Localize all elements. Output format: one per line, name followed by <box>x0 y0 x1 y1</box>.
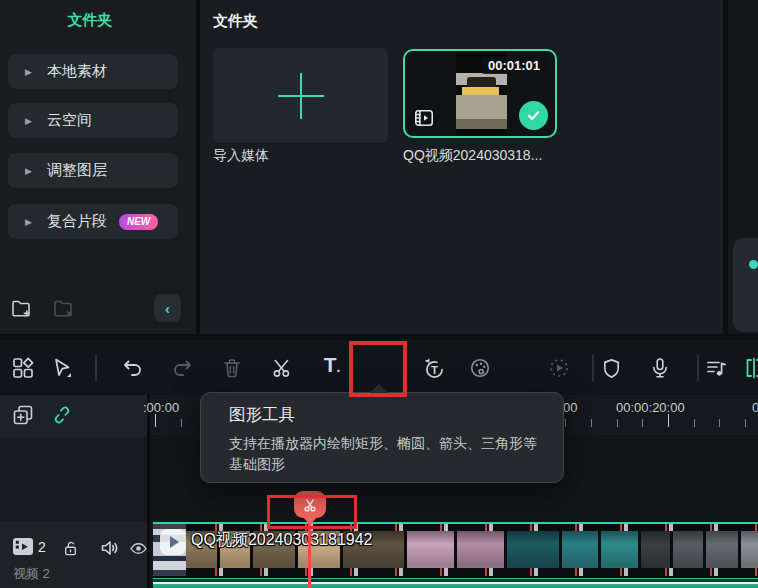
plus-icon <box>278 73 324 119</box>
ruler-tick <box>181 419 182 427</box>
sidebar-item-local-media[interactable]: ▶ 本地素材 <box>8 54 178 89</box>
undo-icon[interactable] <box>121 356 145 380</box>
speech-to-text-icon[interactable]: T <box>422 356 446 380</box>
caret-right-icon: ▶ <box>25 217 32 227</box>
playhead-cut-badge[interactable] <box>294 491 326 518</box>
playhead-line[interactable] <box>308 516 311 588</box>
side-panel-fragment <box>733 238 758 332</box>
collapse-sidebar-button[interactable]: ‹ <box>154 294 181 322</box>
delete-folder-icon <box>52 296 76 320</box>
ruler-tick <box>565 419 566 427</box>
sidebar-item-label: 调整图层 <box>47 161 107 180</box>
clip-thumbnail-frame <box>407 531 457 568</box>
hide-track-icon[interactable] <box>128 538 149 559</box>
media-clip-name: QQ视频2024030318... <box>403 147 542 165</box>
add-folder-icon[interactable] <box>10 296 34 320</box>
clip-filename: QQ视频20240303181942 <box>191 530 372 551</box>
clip-thumbnail-frame <box>706 531 741 568</box>
clip-thumbnail-frame <box>457 531 507 568</box>
clip-thumbnail-frame <box>507 531 562 568</box>
sidebar-item-label: 本地素材 <box>47 62 107 81</box>
video-track-header: 2 <box>0 522 147 588</box>
color-palette-icon[interactable] <box>468 356 492 380</box>
clip-play-overlay-icon[interactable] <box>160 529 186 555</box>
ruler-label: :00:00 <box>143 400 179 415</box>
text-tool-icon[interactable]: T. <box>320 354 344 378</box>
video-file-icon <box>413 107 435 129</box>
ruler-tick <box>719 419 720 427</box>
filmora-app-window: 文件夹 ▶ 本地素材 ▶ 云空间 ▶ 调整图层 ▶ 复合片段 NEW <box>0 0 758 588</box>
tools-grid-icon[interactable] <box>11 356 35 380</box>
track-label: 视频 2 <box>13 565 50 583</box>
ruler-tick <box>617 419 618 427</box>
ruler-tick <box>668 414 669 427</box>
media-clip-card[interactable]: 00:01:01 <box>403 49 557 138</box>
caret-right-icon: ▶ <box>25 67 32 77</box>
video-track-icon <box>11 536 35 558</box>
caret-right-icon: ▶ <box>25 116 32 126</box>
timeline-header-row <box>0 395 147 437</box>
add-track-icon[interactable] <box>11 403 35 427</box>
sidebar-item-cloud-space[interactable]: ▶ 云空间 <box>8 103 178 138</box>
clip-frame-marks <box>186 568 758 576</box>
svg-text:T: T <box>431 363 438 375</box>
mute-track-icon[interactable] <box>98 536 122 560</box>
record-voiceover-icon[interactable] <box>648 356 672 380</box>
audio-waveform-track[interactable] <box>153 578 758 588</box>
split-scissors-icon[interactable] <box>270 356 294 380</box>
teal-handle-dot[interactable] <box>749 260 758 269</box>
lock-track-icon[interactable] <box>60 538 81 559</box>
media-panel: 文件夹 导入媒体 00:01:01 <box>200 0 723 334</box>
caret-right-icon: ▶ <box>25 166 32 176</box>
ruler-tick <box>745 419 746 427</box>
track-number: 2 <box>38 539 46 555</box>
toolbar-divider <box>697 355 699 381</box>
clip-thumbnail-frame <box>673 531 706 568</box>
new-badge: NEW <box>119 214 158 230</box>
track-header-empty <box>0 437 147 522</box>
sidebar-item-label: 复合片段 <box>47 212 107 231</box>
link-clips-icon[interactable] <box>51 404 73 426</box>
motion-tracking-icon[interactable] <box>547 356 571 380</box>
sidebar-item-label: 云空间 <box>47 111 92 130</box>
tooltip-title: 图形工具 <box>229 404 295 426</box>
audio-list-icon[interactable] <box>704 356 728 380</box>
ruler-tick <box>155 414 156 427</box>
clip-thumbnail-frame <box>562 531 601 568</box>
media-sidebar: 文件夹 ▶ 本地素材 ▶ 云空间 ▶ 调整图层 ▶ 复合片段 NEW <box>0 0 196 334</box>
redo-icon[interactable] <box>170 356 194 380</box>
auto-split-icon[interactable] <box>742 356 758 380</box>
timeline-clip[interactable]: QQ视频20240303181942 <box>153 522 758 578</box>
clip-thumbnail-frame <box>741 531 758 568</box>
ruler-tick <box>591 419 592 427</box>
ruler-label: 0 <box>752 400 758 415</box>
ruler-tick <box>642 419 643 427</box>
shield-icon[interactable] <box>599 356 623 380</box>
tooltip-body: 支持在播放器内绘制矩形、椭圆、箭头、三角形等基础图形 <box>229 433 541 475</box>
preview-panel-edge <box>728 0 758 334</box>
delete-icon[interactable] <box>220 356 244 380</box>
import-media-label: 导入媒体 <box>213 147 269 165</box>
sidebar-item-compound-clip[interactable]: ▶ 复合片段 NEW <box>8 204 178 239</box>
import-media-card[interactable] <box>213 48 388 143</box>
selected-check-icon <box>519 101 548 130</box>
clip-thumbnail-frame <box>641 531 673 568</box>
track-header-column: 2 <box>0 395 150 588</box>
duration-badge: 00:01:01 <box>481 57 547 74</box>
select-cursor-icon[interactable] <box>50 356 74 380</box>
shape-tool-tooltip: 图形工具 支持在播放器内绘制矩形、椭圆、箭头、三角形等基础图形 <box>200 392 564 483</box>
ruler-label: 00:00:20:00 <box>616 400 685 415</box>
media-panel-title: 文件夹 <box>213 12 258 31</box>
clip-thumbnail-frame <box>601 531 641 568</box>
toolbar-divider <box>95 355 97 381</box>
sidebar-item-adjustment-layer[interactable]: ▶ 调整图层 <box>8 153 178 188</box>
ruler-label: 00 <box>563 400 577 415</box>
ruler-tick <box>694 419 695 427</box>
toolbar-divider <box>592 355 594 381</box>
sidebar-title: 文件夹 <box>0 11 180 30</box>
